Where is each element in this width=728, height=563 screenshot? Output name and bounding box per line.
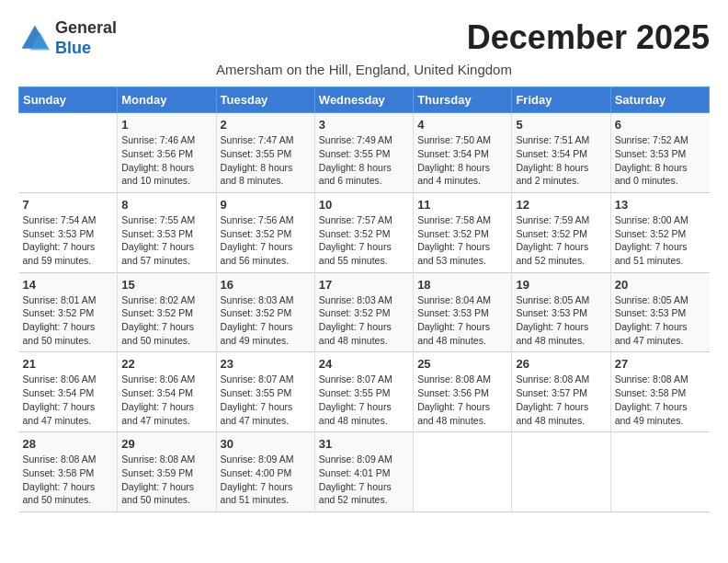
- day-number: 18: [417, 278, 507, 292]
- day-number: 1: [121, 118, 211, 132]
- day-info: Sunrise: 7:57 AM Sunset: 3:52 PM Dayligh…: [319, 213, 409, 268]
- day-info: Sunrise: 8:05 AM Sunset: 3:53 PM Dayligh…: [516, 293, 606, 348]
- day-cell: 19Sunrise: 8:05 AM Sunset: 3:53 PM Dayli…: [512, 272, 610, 352]
- page-title: December 2025: [467, 18, 710, 57]
- day-cell: 31Sunrise: 8:09 AM Sunset: 4:01 PM Dayli…: [314, 432, 413, 512]
- day-cell: 26Sunrise: 8:08 AM Sunset: 3:57 PM Dayli…: [512, 352, 610, 432]
- header: General Blue December 2025: [18, 18, 710, 58]
- day-number: 28: [23, 437, 114, 451]
- day-cell: 30Sunrise: 8:09 AM Sunset: 4:00 PM Dayli…: [216, 432, 314, 512]
- day-cell: 25Sunrise: 8:08 AM Sunset: 3:56 PM Dayli…: [414, 352, 512, 432]
- day-number: 7: [23, 198, 114, 212]
- col-header-thursday: Thursday: [414, 87, 512, 113]
- day-cell: 3Sunrise: 7:49 AM Sunset: 3:55 PM Daylig…: [314, 113, 413, 193]
- day-number: 11: [417, 198, 507, 212]
- week-row-5: 28Sunrise: 8:08 AM Sunset: 3:58 PM Dayli…: [19, 432, 710, 512]
- day-cell: 1Sunrise: 7:46 AM Sunset: 3:56 PM Daylig…: [118, 113, 216, 193]
- day-cell: 9Sunrise: 7:56 AM Sunset: 3:52 PM Daylig…: [216, 192, 314, 272]
- day-cell: 18Sunrise: 8:04 AM Sunset: 3:53 PM Dayli…: [414, 272, 512, 352]
- day-cell: 14Sunrise: 8:01 AM Sunset: 3:52 PM Dayli…: [19, 272, 118, 352]
- week-row-4: 21Sunrise: 8:06 AM Sunset: 3:54 PM Dayli…: [19, 352, 710, 432]
- day-number: 31: [319, 437, 409, 451]
- day-number: 13: [615, 198, 706, 212]
- day-info: Sunrise: 8:03 AM Sunset: 3:52 PM Dayligh…: [319, 293, 409, 348]
- calendar-table: SundayMondayTuesdayWednesdayThursdayFrid…: [18, 86, 710, 512]
- day-info: Sunrise: 7:59 AM Sunset: 3:52 PM Dayligh…: [516, 213, 606, 268]
- day-number: 25: [417, 357, 507, 371]
- day-number: 29: [121, 437, 211, 451]
- day-cell: 6Sunrise: 7:52 AM Sunset: 3:53 PM Daylig…: [610, 113, 709, 193]
- day-number: 17: [319, 278, 409, 292]
- calendar-header-row: SundayMondayTuesdayWednesdayThursdayFrid…: [19, 87, 710, 113]
- day-info: Sunrise: 7:55 AM Sunset: 3:53 PM Dayligh…: [121, 213, 211, 268]
- day-info: Sunrise: 7:50 AM Sunset: 3:54 PM Dayligh…: [417, 133, 507, 188]
- day-cell: 28Sunrise: 8:08 AM Sunset: 3:58 PM Dayli…: [19, 432, 118, 512]
- day-number: 3: [319, 118, 409, 132]
- day-number: 6: [615, 118, 706, 132]
- day-info: Sunrise: 8:00 AM Sunset: 3:52 PM Dayligh…: [615, 213, 706, 268]
- day-info: Sunrise: 7:46 AM Sunset: 3:56 PM Dayligh…: [121, 133, 211, 188]
- day-number: 27: [615, 357, 706, 371]
- day-info: Sunrise: 8:02 AM Sunset: 3:52 PM Dayligh…: [121, 293, 211, 348]
- day-info: Sunrise: 7:51 AM Sunset: 3:54 PM Dayligh…: [516, 133, 606, 188]
- day-info: Sunrise: 8:07 AM Sunset: 3:55 PM Dayligh…: [221, 373, 311, 427]
- day-info: Sunrise: 7:52 AM Sunset: 3:53 PM Dayligh…: [615, 133, 706, 188]
- day-number: 20: [615, 278, 706, 292]
- day-cell: 17Sunrise: 8:03 AM Sunset: 3:52 PM Dayli…: [314, 272, 413, 352]
- col-header-saturday: Saturday: [610, 87, 709, 113]
- day-info: Sunrise: 8:08 AM Sunset: 3:58 PM Dayligh…: [615, 373, 706, 427]
- day-info: Sunrise: 8:01 AM Sunset: 3:52 PM Dayligh…: [23, 293, 114, 348]
- logo-general: General: [55, 18, 117, 37]
- day-info: Sunrise: 8:06 AM Sunset: 3:54 PM Dayligh…: [23, 373, 114, 427]
- day-info: Sunrise: 7:56 AM Sunset: 3:52 PM Dayligh…: [221, 213, 311, 268]
- day-number: 14: [23, 278, 114, 292]
- day-info: Sunrise: 8:09 AM Sunset: 4:01 PM Dayligh…: [319, 453, 409, 507]
- day-number: 2: [221, 118, 311, 132]
- day-info: Sunrise: 8:08 AM Sunset: 3:58 PM Dayligh…: [23, 453, 114, 507]
- day-number: 5: [516, 118, 606, 132]
- day-cell: 27Sunrise: 8:08 AM Sunset: 3:58 PM Dayli…: [610, 352, 709, 432]
- day-info: Sunrise: 8:04 AM Sunset: 3:53 PM Dayligh…: [417, 293, 507, 348]
- day-number: 15: [121, 278, 211, 292]
- day-info: Sunrise: 8:09 AM Sunset: 4:00 PM Dayligh…: [221, 453, 311, 507]
- day-cell: 21Sunrise: 8:06 AM Sunset: 3:54 PM Dayli…: [19, 352, 118, 432]
- day-number: 9: [221, 198, 311, 212]
- logo-icon: [18, 22, 51, 55]
- day-number: 21: [23, 357, 114, 371]
- day-number: 30: [221, 437, 311, 451]
- day-cell: 12Sunrise: 7:59 AM Sunset: 3:52 PM Dayli…: [512, 192, 610, 272]
- day-info: Sunrise: 7:49 AM Sunset: 3:55 PM Dayligh…: [319, 133, 409, 188]
- day-cell: 11Sunrise: 7:58 AM Sunset: 3:52 PM Dayli…: [414, 192, 512, 272]
- day-info: Sunrise: 7:47 AM Sunset: 3:55 PM Dayligh…: [221, 133, 311, 188]
- day-cell: 5Sunrise: 7:51 AM Sunset: 3:54 PM Daylig…: [512, 113, 610, 193]
- day-cell: 20Sunrise: 8:05 AM Sunset: 3:53 PM Dayli…: [610, 272, 709, 352]
- day-cell: [414, 432, 512, 512]
- day-number: 24: [319, 357, 409, 371]
- day-number: 8: [121, 198, 211, 212]
- day-cell: 22Sunrise: 8:06 AM Sunset: 3:54 PM Dayli…: [118, 352, 216, 432]
- week-row-3: 14Sunrise: 8:01 AM Sunset: 3:52 PM Dayli…: [19, 272, 710, 352]
- col-header-friday: Friday: [512, 87, 610, 113]
- day-cell: 8Sunrise: 7:55 AM Sunset: 3:53 PM Daylig…: [118, 192, 216, 272]
- day-info: Sunrise: 7:54 AM Sunset: 3:53 PM Dayligh…: [23, 213, 114, 268]
- col-header-tuesday: Tuesday: [216, 87, 314, 113]
- day-cell: [19, 113, 118, 193]
- day-number: 22: [121, 357, 211, 371]
- day-cell: 16Sunrise: 8:03 AM Sunset: 3:52 PM Dayli…: [216, 272, 314, 352]
- day-info: Sunrise: 8:08 AM Sunset: 3:56 PM Dayligh…: [417, 373, 507, 427]
- day-info: Sunrise: 8:05 AM Sunset: 3:53 PM Dayligh…: [615, 293, 706, 348]
- day-number: 4: [417, 118, 507, 132]
- day-cell: 7Sunrise: 7:54 AM Sunset: 3:53 PM Daylig…: [19, 192, 118, 272]
- col-header-sunday: Sunday: [19, 87, 118, 113]
- day-info: Sunrise: 8:07 AM Sunset: 3:55 PM Dayligh…: [319, 373, 409, 427]
- logo: General Blue: [18, 18, 117, 58]
- day-number: 10: [319, 198, 409, 212]
- day-cell: 23Sunrise: 8:07 AM Sunset: 3:55 PM Dayli…: [216, 352, 314, 432]
- day-info: Sunrise: 8:06 AM Sunset: 3:54 PM Dayligh…: [121, 373, 211, 427]
- day-cell: 24Sunrise: 8:07 AM Sunset: 3:55 PM Dayli…: [314, 352, 413, 432]
- week-row-1: 1Sunrise: 7:46 AM Sunset: 3:56 PM Daylig…: [19, 113, 710, 193]
- logo-text: General Blue: [55, 18, 117, 58]
- day-number: 26: [516, 357, 606, 371]
- day-number: 19: [516, 278, 606, 292]
- logo-blue: Blue: [55, 39, 91, 57]
